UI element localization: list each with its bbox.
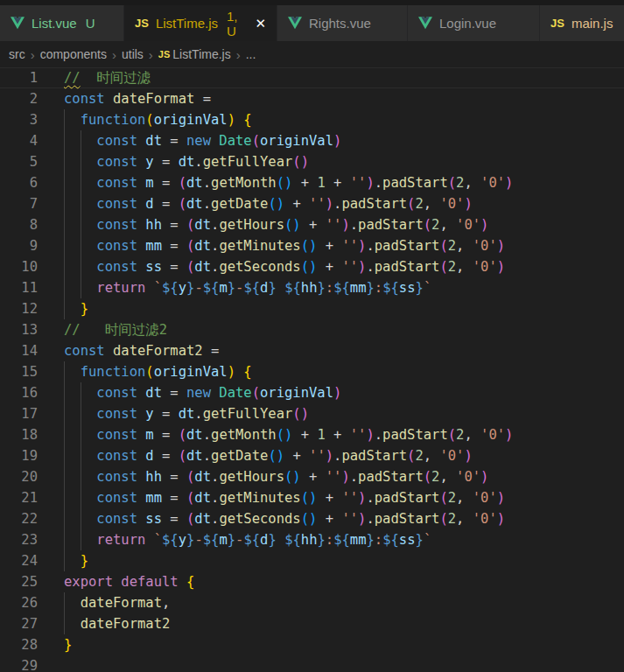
code-token: ${: [333, 280, 350, 296]
code-token: const: [96, 469, 137, 485]
code-line[interactable]: [64, 655, 624, 672]
code-token: =: [162, 133, 186, 149]
code-token: dt: [179, 406, 195, 422]
code-token: 2: [415, 448, 423, 464]
code-line[interactable]: function(originVal) {: [64, 109, 624, 130]
code-token: .: [350, 217, 358, 233]
editor-line: 1// 时间过滤: [0, 67, 624, 88]
breadcrumb-item-src[interactable]: src: [9, 47, 25, 61]
code-line[interactable]: return `${y}-${m}-${d} ${hh}:${mm}:${ss}…: [64, 529, 624, 550]
code-line[interactable]: const mm = (dt.getMinutes() + '').padSta…: [64, 487, 624, 508]
line-number: 15: [0, 361, 64, 382]
code-line[interactable]: const ss = (dt.getSeconds() + '').padSta…: [64, 508, 624, 529]
code-token: (: [439, 259, 447, 275]
code-line[interactable]: const y = dt.getFullYear(): [64, 403, 624, 424]
code-token: ,: [456, 511, 473, 527]
code-token: '': [309, 448, 326, 464]
code-token: getDate: [211, 196, 268, 212]
editor-line: 7 const d = (dt.getDate() + '').padStart…: [0, 193, 624, 214]
code-line[interactable]: dateFormat,: [64, 592, 624, 613]
code-token: =: [162, 259, 186, 275]
code-line[interactable]: }: [64, 298, 624, 319]
breadcrumb-item-[interactable]: ...: [246, 47, 256, 61]
code-line[interactable]: const dt = new Date(originVal): [64, 382, 624, 403]
code-token: (): [268, 448, 284, 464]
code-token: hh: [301, 280, 318, 296]
code-line[interactable]: const y = dt.getFullYear(): [64, 151, 624, 172]
breadcrumb-label: utils: [122, 47, 144, 61]
indent-guide: [64, 445, 65, 466]
code-token: '0': [473, 238, 497, 254]
code-token: +: [292, 427, 317, 443]
code-line[interactable]: // 时间过滤2: [64, 319, 624, 340]
code-token: y: [179, 280, 186, 296]
code-line[interactable]: const ss = (dt.getSeconds() + '').padSta…: [64, 256, 624, 277]
code-token: 1: [317, 427, 325, 443]
code-token: ): [480, 469, 488, 485]
code-token: ): [341, 469, 349, 485]
line-number: 2: [0, 88, 64, 109]
code-line[interactable]: const dateFormat2 =: [64, 340, 624, 361]
indent-guide: [81, 172, 81, 193]
code-line[interactable]: const d = (dt.getDate() + '').padStart(2…: [64, 445, 624, 466]
code-token: ,: [439, 469, 456, 485]
code-line[interactable]: }: [64, 550, 624, 571]
code-token: ): [228, 112, 235, 128]
code-token: [137, 217, 145, 233]
code-line[interactable]: return `${y}-${m}-${d} ${hh}:${mm}:${ss}…: [64, 277, 624, 298]
code-token: [137, 133, 145, 149]
code-line[interactable]: const hh = (dt.getHours() + '').padStart…: [64, 214, 624, 235]
code-token: -: [194, 280, 202, 296]
code-token: dt: [145, 133, 162, 149]
breadcrumb-item-components[interactable]: components: [40, 47, 107, 61]
code-token: getFullYear: [203, 406, 293, 422]
line-number: 16: [0, 382, 64, 403]
code-token: ${: [243, 532, 260, 548]
editor-line: 12 }: [0, 298, 624, 319]
code-token: hh: [145, 217, 162, 233]
code-token: padStart: [382, 427, 448, 443]
code-token: '': [326, 217, 342, 233]
tab-rights-vue[interactable]: Rights.vue: [277, 5, 408, 41]
code-line[interactable]: export default {: [64, 571, 624, 592]
editor-line: 15 function(originVal) {: [0, 361, 624, 382]
code-token: ): [358, 259, 366, 275]
code-line[interactable]: const hh = (dt.getHours() + '').padStart…: [64, 466, 624, 487]
code-line[interactable]: const d = (dt.getDate() + '').padStart(2…: [64, 193, 624, 214]
code-token: mm: [350, 280, 367, 296]
code-line[interactable]: const m = (dt.getMonth() + 1 + '').padSt…: [64, 172, 624, 193]
code-token: .: [366, 511, 374, 527]
tab-list-vue[interactable]: List.vueU: [0, 5, 124, 41]
code-line[interactable]: }: [64, 634, 624, 655]
breadcrumb-item-ListTimejs[interactable]: JSListTime.js: [158, 47, 231, 61]
tab-login-vue[interactable]: Login.vue: [408, 5, 540, 41]
code-token: 2: [448, 490, 456, 506]
code-token: [137, 154, 145, 170]
code-line[interactable]: const mm = (dt.getMinutes() + '').padSta…: [64, 235, 624, 256]
close-icon[interactable]: ✕: [255, 17, 266, 30]
tab-main-js[interactable]: JSmain.js: [540, 5, 624, 41]
code-line[interactable]: const dateFormat =: [64, 88, 624, 109]
code-token: '': [309, 196, 326, 212]
code-editor: 1// 时间过滤2const dateFormat =3 function(or…: [0, 67, 624, 672]
tab-listtime-js[interactable]: JSListTime.js1, U✕: [124, 5, 277, 41]
breadcrumb-item-utils[interactable]: utils: [122, 47, 144, 61]
code-token: dt: [194, 490, 211, 506]
code-token: Date: [219, 385, 251, 401]
breadcrumb-label: src: [9, 47, 25, 61]
code-token: (: [179, 448, 186, 464]
code-token: =: [194, 91, 211, 107]
indent-guide: [81, 193, 81, 214]
code-token: ${: [333, 532, 350, 548]
code-line[interactable]: // 时间过滤: [64, 67, 624, 88]
code-line[interactable]: const dt = new Date(originVal): [64, 130, 624, 151]
code-token: [137, 406, 145, 422]
code-line[interactable]: const m = (dt.getMonth() + 1 + '').padSt…: [64, 424, 624, 445]
code-line[interactable]: dateFormat2: [64, 613, 624, 634]
code-token: dt: [194, 469, 211, 485]
js-icon: JS: [135, 17, 149, 30]
breadcrumb-label: components: [40, 47, 107, 61]
code-token: [145, 280, 153, 296]
code-line[interactable]: function(originVal) {: [64, 361, 624, 382]
code-token: :: [375, 280, 382, 296]
